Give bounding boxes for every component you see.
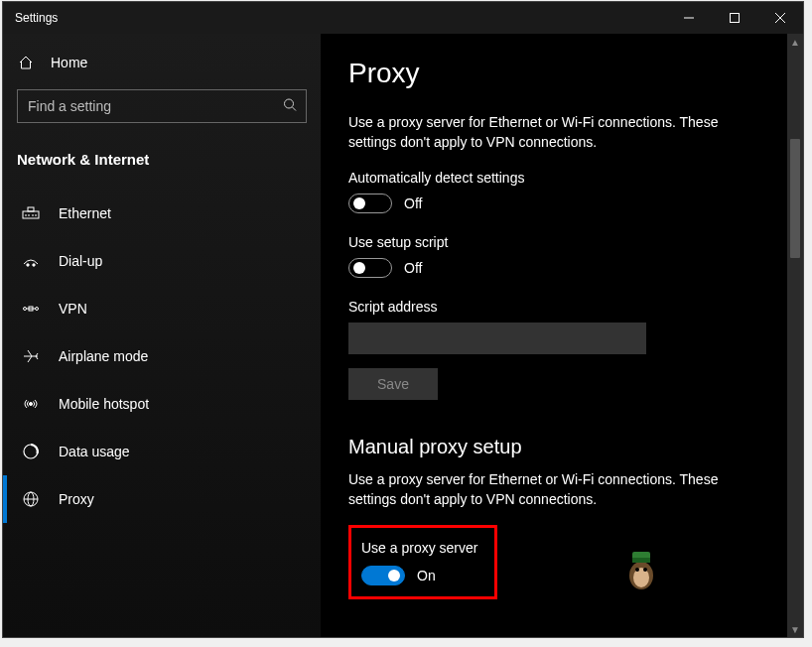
setup-script-state: Off: [404, 260, 422, 276]
sidebar-item-label: Data usage: [59, 444, 130, 459]
svg-point-27: [635, 568, 639, 572]
window-controls: [666, 2, 803, 34]
dialup-icon: [21, 251, 41, 271]
sidebar-item-label: Mobile hotspot: [59, 396, 149, 412]
auto-proxy-description: Use a proxy server for Ethernet or Wi-Fi…: [348, 113, 759, 152]
manual-proxy-heading: Manual proxy setup: [348, 436, 759, 458]
auto-detect-state: Off: [404, 195, 422, 211]
script-address-label: Script address: [348, 299, 759, 315]
use-proxy-label: Use a proxy server: [361, 540, 484, 556]
toggle-switch-icon: [348, 194, 392, 213]
sidebar-category-header: Network & Internet: [3, 135, 321, 190]
sidebar-item-label: Airplane mode: [59, 348, 148, 364]
auto-detect-label: Automatically detect settings: [348, 170, 759, 186]
scroll-up-arrow-icon[interactable]: ▲: [787, 34, 803, 50]
svg-line-5: [293, 107, 297, 111]
svg-point-12: [27, 264, 29, 266]
svg-rect-26: [632, 558, 650, 563]
content-pane: Proxy Use a proxy server for Ethernet or…: [321, 34, 787, 637]
script-address-input[interactable]: [348, 323, 646, 354]
svg-rect-1: [731, 14, 740, 23]
mascot-icon: [624, 548, 658, 591]
sidebar-item-airplane[interactable]: Airplane mode: [3, 332, 321, 380]
sidebar-nav: Ethernet Dial-up VPN: [3, 190, 321, 637]
proxy-icon: [21, 489, 41, 509]
settings-window: Settings Home: [2, 1, 804, 638]
use-proxy-state: On: [417, 568, 436, 583]
sidebar-home-label: Home: [51, 55, 87, 70]
sidebar-item-dialup[interactable]: Dial-up: [3, 237, 321, 285]
scroll-thumb[interactable]: [790, 139, 800, 258]
airplane-icon: [21, 346, 41, 366]
svg-point-13: [33, 264, 35, 266]
search-input[interactable]: [17, 89, 307, 123]
sidebar-item-label: Ethernet: [59, 205, 111, 221]
ethernet-icon: [21, 203, 41, 223]
maximize-button[interactable]: [712, 2, 757, 34]
sidebar-item-proxy[interactable]: Proxy: [3, 475, 321, 523]
vpn-icon: [21, 299, 41, 319]
svg-point-14: [24, 308, 27, 311]
toggle-switch-icon: [361, 566, 405, 585]
vertical-scrollbar[interactable]: ▲ ▼: [787, 34, 803, 637]
scroll-down-arrow-icon[interactable]: ▼: [787, 621, 803, 637]
scroll-track[interactable]: [787, 50, 803, 621]
search-icon: [283, 98, 297, 115]
manual-proxy-description: Use a proxy server for Ethernet or Wi-Fi…: [348, 470, 759, 509]
sidebar-item-ethernet[interactable]: Ethernet: [3, 190, 321, 237]
auto-detect-toggle[interactable]: Off: [348, 194, 422, 213]
hotspot-icon: [21, 394, 41, 414]
sidebar-item-vpn[interactable]: VPN: [3, 285, 321, 332]
minimize-button[interactable]: [666, 2, 712, 34]
sidebar-item-datausage[interactable]: Data usage: [3, 428, 321, 475]
sidebar-item-label: VPN: [59, 301, 87, 317]
sidebar-item-label: Proxy: [59, 491, 94, 507]
titlebar: Settings: [3, 2, 803, 34]
svg-rect-7: [28, 207, 34, 211]
close-button[interactable]: [757, 2, 803, 34]
search-container: [3, 81, 321, 135]
sidebar-item-label: Dial-up: [59, 253, 102, 269]
annotation-highlight: Use a proxy server On: [348, 525, 497, 599]
close-icon: [775, 13, 785, 23]
home-icon: [17, 54, 35, 71]
sidebar-home[interactable]: Home: [3, 44, 321, 81]
page-title: Proxy: [348, 58, 759, 89]
save-button[interactable]: Save: [348, 368, 438, 400]
window-title: Settings: [3, 11, 58, 25]
sidebar-item-hotspot[interactable]: Mobile hotspot: [3, 380, 321, 428]
sidebar: Home Network & Internet Ethernet: [3, 34, 321, 637]
svg-rect-6: [23, 211, 39, 218]
datausage-icon: [21, 442, 41, 461]
use-proxy-toggle[interactable]: On: [361, 566, 436, 585]
svg-point-18: [30, 403, 33, 406]
svg-point-28: [643, 568, 647, 572]
content-wrap: Proxy Use a proxy server for Ethernet or…: [321, 34, 803, 637]
svg-point-15: [36, 308, 39, 311]
minimize-icon: [684, 13, 694, 23]
toggle-switch-icon: [348, 258, 392, 278]
setup-script-toggle[interactable]: Off: [348, 258, 422, 278]
window-body: Home Network & Internet Ethernet: [3, 34, 803, 637]
setup-script-label: Use setup script: [348, 234, 759, 250]
svg-point-4: [285, 99, 294, 108]
maximize-icon: [730, 13, 740, 23]
